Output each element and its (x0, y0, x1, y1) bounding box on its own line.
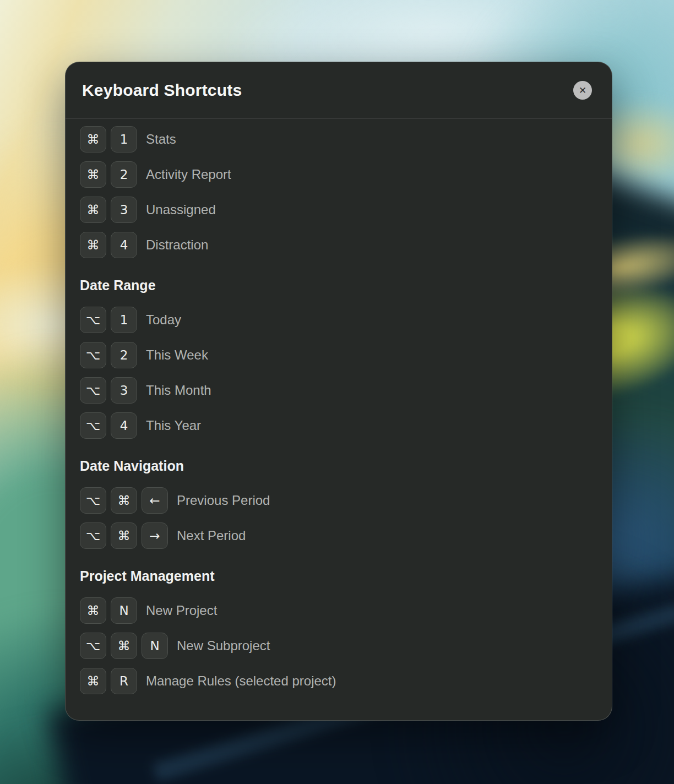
shortcut-row-stats: ⌘ 1 Stats (80, 126, 595, 153)
dialog-title: Keyboard Shortcuts (82, 81, 242, 100)
shortcut-label: This Week (146, 347, 208, 363)
section-heading-project-management: Project Management (80, 568, 595, 584)
shortcut-label: Unassigned (146, 202, 216, 217)
command-key: ⌘ (80, 232, 106, 258)
shortcut-row-new-project: ⌘ N New Project (80, 597, 595, 624)
shortcut-list: ⌘ 1 Stats ⌘ 2 Activity Report ⌘ 3 Unassi… (66, 119, 612, 694)
shortcut-row-this-year: ⌥ 4 This Year (80, 412, 595, 439)
key-4: 4 (111, 232, 137, 258)
key-3: 3 (111, 197, 137, 223)
shortcut-row-this-week: ⌥ 2 This Week (80, 342, 595, 368)
command-key: ⌘ (80, 597, 106, 624)
keyboard-shortcuts-dialog: Keyboard Shortcuts ✕ ⌘ 1 Stats ⌘ 2 Activ… (65, 62, 612, 721)
command-key: ⌘ (80, 668, 106, 694)
key-r: R (111, 668, 137, 694)
close-button[interactable]: ✕ (573, 81, 592, 100)
shortcut-row-activity-report: ⌘ 2 Activity Report (80, 161, 595, 188)
key-4: 4 (111, 412, 137, 439)
key-3: 3 (111, 377, 137, 404)
shortcut-row-today: ⌥ 1 Today (80, 307, 595, 333)
shortcut-row-unassigned: ⌘ 3 Unassigned (80, 197, 595, 223)
shortcut-label: New Project (146, 603, 217, 618)
key-1: 1 (111, 307, 137, 333)
command-key: ⌘ (80, 161, 106, 188)
shortcut-label: This Month (146, 383, 211, 398)
command-key: ⌘ (111, 522, 137, 549)
option-key: ⌥ (80, 522, 106, 549)
option-key: ⌥ (80, 487, 106, 514)
shortcut-label: Manage Rules (selected project) (146, 673, 336, 689)
shortcut-label: Distraction (146, 237, 208, 253)
shortcut-label: New Subproject (177, 638, 270, 654)
arrow-left-key-icon: ← (142, 487, 168, 514)
section-heading-date-navigation: Date Navigation (80, 458, 595, 474)
shortcut-row-distraction: ⌘ 4 Distraction (80, 232, 595, 258)
section-heading-date-range: Date Range (80, 277, 595, 293)
key-1: 1 (111, 126, 137, 153)
key-2: 2 (111, 342, 137, 368)
command-key: ⌘ (111, 487, 137, 514)
key-n: N (142, 633, 168, 659)
command-key: ⌘ (111, 633, 137, 659)
option-key: ⌥ (80, 412, 106, 439)
close-icon: ✕ (579, 86, 586, 95)
shortcut-row-manage-rules: ⌘ R Manage Rules (selected project) (80, 668, 595, 694)
dialog-titlebar: Keyboard Shortcuts ✕ (66, 62, 612, 119)
shortcut-row-new-subproject: ⌥ ⌘ N New Subproject (80, 633, 595, 659)
option-key: ⌥ (80, 307, 106, 333)
command-key: ⌘ (80, 197, 106, 223)
option-key: ⌥ (80, 342, 106, 368)
shortcut-label: Previous Period (177, 493, 270, 508)
key-n: N (111, 597, 137, 624)
shortcut-label: Today (146, 312, 181, 328)
shortcut-label: Next Period (177, 528, 246, 543)
shortcut-row-this-month: ⌥ 3 This Month (80, 377, 595, 404)
shortcut-label: This Year (146, 418, 201, 433)
key-2: 2 (111, 161, 137, 188)
option-key: ⌥ (80, 633, 106, 659)
shortcut-row-previous-period: ⌥ ⌘ ← Previous Period (80, 487, 595, 514)
shortcut-label: Activity Report (146, 167, 231, 182)
shortcut-row-next-period: ⌥ ⌘ → Next Period (80, 522, 595, 549)
option-key: ⌥ (80, 377, 106, 404)
command-key: ⌘ (80, 126, 106, 153)
shortcut-label: Stats (146, 132, 176, 147)
arrow-right-key-icon: → (142, 522, 168, 549)
